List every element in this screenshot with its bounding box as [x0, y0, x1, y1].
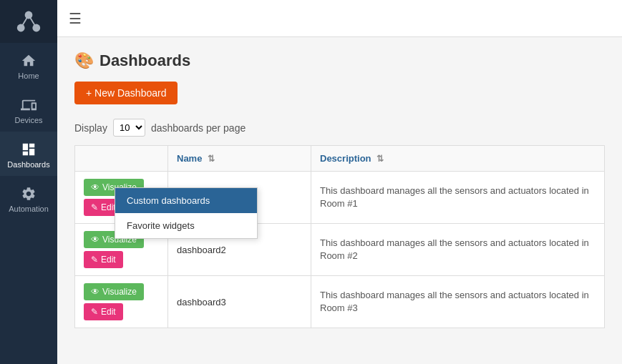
page-title-row: 🎨 Dashboards	[74, 51, 605, 70]
svg-point-2	[32, 24, 40, 32]
automation-icon	[21, 186, 37, 202]
description-cell-dashboard3: This dashboard manages all the sensors a…	[311, 276, 605, 328]
action-buttons-dashboard3: 👁 Visualize ✎ Edit	[84, 283, 159, 320]
svg-line-4	[29, 15, 37, 28]
home-icon	[21, 53, 37, 69]
sidebar-item-automation-label: Automation	[9, 205, 49, 213]
table-row: 👁 Visualize ✎ Edit dashboard3 This dashb…	[75, 276, 605, 328]
name-cell-dashboard3: dashboard3	[168, 276, 311, 328]
dashboard-desc-dashboard2: This dashboard manages all the sensors a…	[320, 237, 589, 261]
table-header-row: Name ⇅ Description ⇅	[75, 146, 605, 172]
topbar: ☰	[57, 0, 622, 37]
display-label: Display	[74, 122, 107, 134]
svg-point-1	[17, 24, 25, 32]
eye-icon: 👁	[91, 287, 99, 297]
sidebar-dropdown-menu: Custom dashboards Favorite widgets	[115, 187, 258, 239]
content-area: 🎨 Dashboards + New Dashboard Display 10 …	[57, 37, 622, 364]
dashboards-icon	[21, 142, 37, 157]
sidebar-item-devices[interactable]: Devices	[0, 87, 57, 132]
display-row: Display 10 25 50 dashboards per page	[74, 119, 605, 137]
sidebar-item-home[interactable]: Home	[0, 43, 57, 87]
visualize-button-dashboard3[interactable]: 👁 Visualize	[84, 283, 144, 300]
display-suffix: dashboards per page	[151, 122, 246, 134]
sidebar-item-dashboards[interactable]: Dashboards	[0, 132, 57, 176]
sidebar-item-home-label: Home	[18, 72, 39, 80]
new-dashboard-button[interactable]: + New Dashboard	[74, 82, 178, 104]
sidebar-item-devices-label: Devices	[14, 116, 42, 124]
devices-icon	[21, 97, 37, 113]
edit-button-dashboard2[interactable]: ✎ Edit	[84, 251, 123, 268]
sidebar: Home Devices Dashboards Automation	[0, 0, 57, 364]
description-cell-dashboard1: This dashboard manages all the sensors a…	[311, 172, 605, 224]
sidebar-item-automation[interactable]: Automation	[0, 176, 57, 220]
dropdown-item-custom-dashboards[interactable]: Custom dashboards	[115, 188, 257, 213]
dashboards-page-icon: 🎨	[74, 51, 94, 70]
main-area: ☰ 🎨 Dashboards + New Dashboard Display 1…	[57, 0, 622, 364]
dashboard-desc-dashboard3: This dashboard manages all the sensors a…	[320, 290, 589, 313]
display-per-page-select[interactable]: 10 25 50	[113, 119, 145, 137]
edit-icon: ✎	[91, 307, 98, 317]
action-cell-dashboard3: 👁 Visualize ✎ Edit	[75, 276, 168, 328]
page-title: Dashboards	[99, 51, 190, 70]
svg-line-3	[21, 15, 29, 28]
dashboard-name-dashboard2: dashboard2	[177, 245, 226, 255]
column-description: Description ⇅	[311, 146, 605, 172]
eye-icon: 👁	[91, 182, 99, 192]
dropdown-item-favorite-widgets[interactable]: Favorite widgets	[115, 213, 257, 238]
name-sort-icon[interactable]: ⇅	[208, 154, 215, 164]
column-actions	[75, 146, 168, 172]
sidebar-item-dashboards-label: Dashboards	[7, 160, 49, 169]
hamburger-menu-icon[interactable]: ☰	[69, 11, 82, 26]
column-name: Name ⇅	[168, 146, 311, 172]
description-sort-icon[interactable]: ⇅	[376, 154, 384, 164]
dashboard-desc-dashboard1: This dashboard manages all the sensors a…	[320, 185, 589, 209]
edit-icon: ✎	[91, 202, 98, 212]
sidebar-logo	[0, 0, 57, 43]
app-logo-icon	[16, 9, 42, 34]
description-cell-dashboard2: This dashboard manages all the sensors a…	[311, 224, 605, 276]
edit-button-dashboard3[interactable]: ✎ Edit	[84, 303, 123, 320]
dashboard-name-dashboard3: dashboard3	[177, 297, 226, 308]
eye-icon: 👁	[91, 235, 99, 245]
edit-icon: ✎	[91, 255, 98, 265]
